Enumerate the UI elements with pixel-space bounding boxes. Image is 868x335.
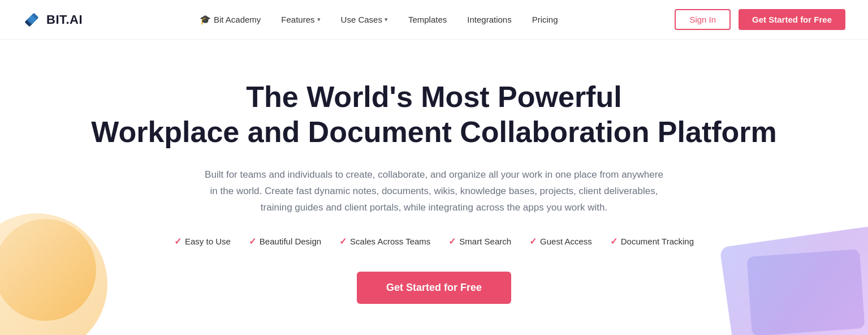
nav-academy[interactable]: 🎓 Bit Academy bbox=[200, 14, 261, 25]
feature-smart-search: ✓ Smart Search bbox=[448, 236, 511, 247]
navbar: BIT.AI 🎓 Bit Academy Features ▾ Use Case… bbox=[0, 0, 868, 40]
nav-use-cases[interactable]: Use Cases ▾ bbox=[341, 15, 388, 24]
nav-links: 🎓 Bit Academy Features ▾ Use Cases ▾ Tem… bbox=[200, 14, 558, 25]
feature-beautiful-design: ✓ Beautiful Design bbox=[249, 236, 321, 247]
checkmark-icon: ✓ bbox=[610, 236, 617, 247]
feature-scales-across-teams: ✓ Scales Across Teams bbox=[339, 236, 430, 247]
nav-features[interactable]: Features ▾ bbox=[281, 15, 320, 24]
feature-easy-to-use: ✓ Easy to Use bbox=[174, 236, 231, 247]
logo[interactable]: BIT.AI bbox=[23, 10, 83, 30]
hero-features: ✓ Easy to Use ✓ Beautiful Design ✓ Scale… bbox=[11, 236, 857, 247]
nav-actions: Sign In Get Started for Free bbox=[675, 9, 845, 30]
hero-title: The World's Most Powerful Workplace and … bbox=[11, 79, 857, 150]
checkmark-icon: ✓ bbox=[529, 236, 537, 247]
get-started-nav-button[interactable]: Get Started for Free bbox=[739, 9, 845, 30]
academy-icon: 🎓 bbox=[200, 14, 211, 25]
hero-section: The World's Most Powerful Workplace and … bbox=[0, 40, 868, 335]
checkmark-icon: ✓ bbox=[174, 236, 182, 247]
get-started-hero-button[interactable]: Get Started for Free bbox=[357, 272, 511, 304]
checkmark-icon: ✓ bbox=[249, 236, 256, 247]
checkmark-icon: ✓ bbox=[448, 236, 456, 247]
logo-text: BIT.AI bbox=[46, 12, 83, 27]
logo-icon bbox=[23, 10, 43, 30]
nav-integrations[interactable]: Integrations bbox=[467, 15, 511, 24]
feature-guest-access: ✓ Guest Access bbox=[529, 236, 592, 247]
nav-templates[interactable]: Templates bbox=[408, 15, 447, 24]
hero-content: The World's Most Powerful Workplace and … bbox=[11, 79, 857, 304]
signin-button[interactable]: Sign In bbox=[675, 9, 731, 30]
checkmark-icon: ✓ bbox=[339, 236, 347, 247]
hero-subtitle: Built for teams and individuals to creat… bbox=[202, 167, 666, 216]
use-cases-chevron-icon: ▾ bbox=[385, 16, 388, 23]
feature-document-tracking: ✓ Document Tracking bbox=[610, 236, 694, 247]
features-chevron-icon: ▾ bbox=[317, 16, 321, 23]
nav-pricing[interactable]: Pricing bbox=[532, 15, 558, 24]
